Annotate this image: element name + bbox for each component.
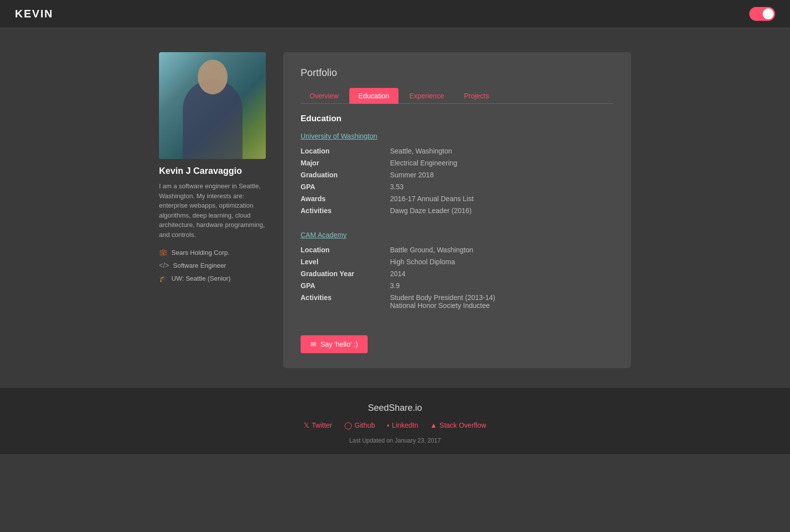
profile-meta: 💼 Sears Holding Corp. </> Software Engin… bbox=[159, 248, 268, 282]
theme-toggle[interactable] bbox=[749, 7, 775, 21]
tab-education[interactable]: Education bbox=[349, 88, 398, 104]
twitter-icon: 𝕏 bbox=[304, 421, 309, 429]
footer-brand: SeedShare.io bbox=[368, 403, 422, 413]
table-row: Awards 2016-17 Annual Deans List bbox=[301, 193, 614, 205]
field-value: 2014 bbox=[390, 268, 614, 280]
field-value: Student Body President (2013-14) Nationa… bbox=[390, 292, 614, 311]
say-hello-button[interactable]: ✉ Say 'hello' :) bbox=[301, 335, 368, 353]
github-icon: ◯ bbox=[344, 421, 352, 429]
table-row: Major Electrical Engineering bbox=[301, 157, 614, 169]
table-row: Graduation Year 2014 bbox=[301, 268, 614, 280]
briefcase-icon: 💼 bbox=[159, 248, 167, 256]
table-row: Location Seattle, Washington bbox=[301, 145, 614, 157]
school-1-table: Location Seattle, Washington Major Elect… bbox=[301, 145, 614, 217]
table-row: GPA 3.9 bbox=[301, 280, 614, 292]
stackoverflow-label: Stack Overflow bbox=[440, 421, 486, 429]
field-value: Seattle, Washington bbox=[390, 145, 614, 157]
section-title: Education bbox=[301, 114, 614, 124]
footer-updated: Last Updated on January 23, 2017 bbox=[349, 437, 441, 444]
footer-link-github[interactable]: ◯ Github bbox=[344, 421, 375, 429]
company-item: 💼 Sears Holding Corp. bbox=[159, 248, 268, 256]
linkedin-label: LinkedIn bbox=[392, 421, 418, 429]
field-label: Awards bbox=[301, 193, 390, 205]
footer: SeedShare.io 𝕏 Twitter ◯ Github ▪ Linked… bbox=[0, 388, 790, 454]
school-label: UW: Seattle (Senior) bbox=[171, 275, 231, 282]
field-value: High School Diploma bbox=[390, 256, 614, 268]
tab-experience[interactable]: Experience bbox=[400, 88, 453, 104]
twitter-label: Twitter bbox=[312, 421, 332, 429]
field-value: Summer 2018 bbox=[390, 169, 614, 181]
profile-photo-placeholder bbox=[159, 52, 266, 159]
table-row: Location Battle Ground, Washington bbox=[301, 244, 614, 256]
field-label: Graduation Year bbox=[301, 268, 390, 280]
graduation-icon: 🎓 bbox=[159, 274, 167, 282]
logo-text: KEVIN bbox=[15, 7, 53, 20]
linkedin-icon: ▪ bbox=[387, 421, 390, 429]
profile-name: Kevin J Caravaggio bbox=[159, 166, 268, 176]
stackoverflow-icon: ▲ bbox=[430, 421, 437, 429]
company-label: Sears Holding Corp. bbox=[171, 249, 230, 256]
footer-link-twitter[interactable]: 𝕏 Twitter bbox=[304, 421, 332, 429]
tab-projects[interactable]: Projects bbox=[455, 88, 498, 104]
education-section: Education University of Washington Locat… bbox=[301, 114, 614, 311]
table-row: GPA 3.53 bbox=[301, 181, 614, 193]
footer-links: 𝕏 Twitter ◯ Github ▪ LinkedIn ▲ Stack Ov… bbox=[304, 421, 486, 429]
field-label: Activities bbox=[301, 292, 390, 311]
table-row: Level High School Diploma bbox=[301, 256, 614, 268]
field-value: 3.53 bbox=[390, 181, 614, 193]
footer-link-stackoverflow[interactable]: ▲ Stack Overflow bbox=[430, 421, 486, 429]
field-value: Dawg Daze Leader (2016) bbox=[390, 205, 614, 217]
role-item: </> Software Engineer bbox=[159, 261, 268, 269]
field-value: 3.9 bbox=[390, 280, 614, 292]
table-row: Activities Student Body President (2013-… bbox=[301, 292, 614, 311]
field-value: 2016-17 Annual Deans List bbox=[390, 193, 614, 205]
github-label: Github bbox=[355, 421, 375, 429]
school-1-name[interactable]: University of Washington bbox=[301, 132, 377, 140]
portfolio-card: Portfolio Overview Education Experience … bbox=[283, 52, 631, 368]
role-label: Software Engineer bbox=[173, 262, 226, 269]
tabs: Overview Education Experience Projects bbox=[301, 87, 614, 104]
field-label: GPA bbox=[301, 181, 390, 193]
field-label: Level bbox=[301, 256, 390, 268]
field-label: Location bbox=[301, 244, 390, 256]
profile-card: Kevin J Caravaggio I am a software engin… bbox=[159, 52, 268, 368]
field-label: Activities bbox=[301, 205, 390, 217]
field-value: Battle Ground, Washington bbox=[390, 244, 614, 256]
portfolio-title: Portfolio bbox=[301, 67, 614, 78]
table-row: Activities Dawg Daze Leader (2016) bbox=[301, 205, 614, 217]
profile-bio: I am a software engineer in Seattle, Was… bbox=[159, 181, 268, 239]
field-value: Electrical Engineering bbox=[390, 157, 614, 169]
say-hello-label: Say 'hello' :) bbox=[320, 340, 358, 348]
field-label: Major bbox=[301, 157, 390, 169]
school-2-name[interactable]: CAM Academy bbox=[301, 231, 347, 239]
school-item: 🎓 UW: Seattle (Senior) bbox=[159, 274, 268, 282]
code-icon: </> bbox=[159, 261, 169, 269]
footer-link-linkedin[interactable]: ▪ LinkedIn bbox=[387, 421, 418, 429]
logo: KEVIN bbox=[15, 7, 53, 20]
main-content: Kevin J Caravaggio I am a software engin… bbox=[0, 27, 790, 388]
table-row: Graduation Summer 2018 bbox=[301, 169, 614, 181]
field-label: GPA bbox=[301, 280, 390, 292]
profile-photo bbox=[159, 52, 266, 159]
envelope-icon: ✉ bbox=[311, 340, 316, 348]
header: KEVIN bbox=[0, 0, 790, 27]
tab-overview[interactable]: Overview bbox=[301, 88, 347, 104]
field-label: Location bbox=[301, 145, 390, 157]
field-label: Graduation bbox=[301, 169, 390, 181]
school-2-table: Location Battle Ground, Washington Level… bbox=[301, 244, 614, 311]
toggle-knob bbox=[763, 8, 774, 19]
